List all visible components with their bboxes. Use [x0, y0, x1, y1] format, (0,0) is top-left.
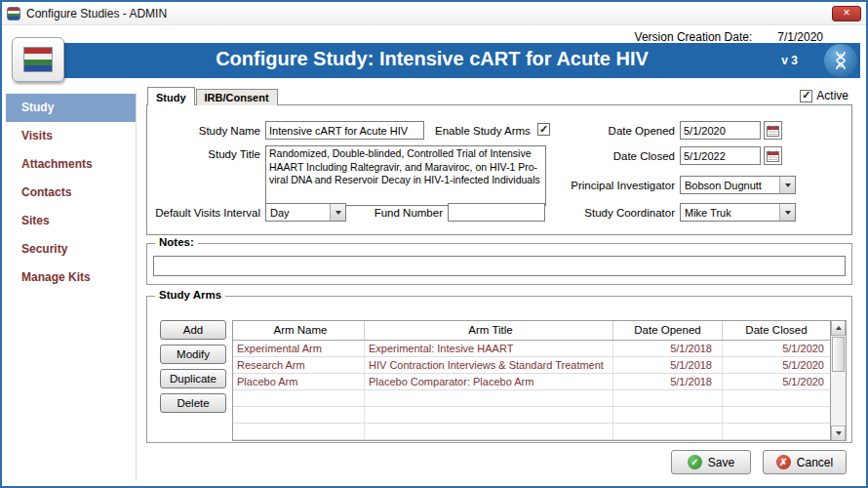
scroll-up-icon[interactable] [831, 321, 846, 336]
chevron-down-icon [779, 204, 795, 221]
study-arms-groupbox: Study Arms Add Modify Duplicate Delete A… [146, 296, 852, 443]
principal-investigator-value: Bobson Dugnutt [685, 180, 762, 191]
version-creation-row: Version Creation Date: 7/1/2020 [635, 30, 823, 44]
cell-arm-title: Experimental: Intesive HAART [365, 341, 613, 356]
table-scrollbar[interactable] [830, 321, 846, 440]
version-creation-label: Version Creation Date: [635, 30, 753, 44]
study-arms-label: Study Arms [155, 289, 225, 301]
cell-date-closed: 5/1/2020 [723, 341, 830, 356]
scrollbar-thumb[interactable] [832, 337, 845, 372]
cell-date-opened: 5/1/2018 [613, 357, 723, 373]
cell-arm-name: Research Arm [233, 357, 365, 373]
active-checkbox-group: Active [800, 89, 848, 102]
cell-arm-title: Placebo Comparator: Placebo Arm [365, 374, 613, 389]
table-row-empty [233, 390, 830, 407]
cancel-button[interactable]: ✗ Cancel [763, 450, 847, 474]
tab-irb-consent[interactable]: IRB/Consent [196, 89, 278, 105]
date-closed-calendar-button[interactable] [764, 146, 782, 165]
default-visits-interval-label: Default Visits Interval [129, 207, 260, 219]
sidebar-item-attachments[interactable]: Attachments [6, 150, 136, 179]
configure-studies-window: Configure Studies - ADMIN × Version Crea… [0, 0, 868, 488]
scroll-down-icon[interactable] [831, 426, 846, 440]
study-coordinator-select[interactable]: Mike Truk [680, 203, 796, 222]
notes-input[interactable] [153, 256, 846, 276]
check-icon: ✓ [688, 455, 702, 469]
cell-date-opened: 5/1/2018 [613, 341, 723, 356]
add-button[interactable]: Add [160, 320, 226, 340]
table-row[interactable]: Experimental Arm Experimental: Intesive … [233, 341, 830, 357]
column-header-arm-title[interactable]: Arm Title [365, 321, 613, 340]
app-icon [7, 7, 20, 20]
default-visits-interval-select[interactable]: Day [265, 203, 346, 222]
title-bar[interactable]: Configure Studies - ADMIN × [2, 2, 866, 25]
sidebar-item-sites[interactable]: Sites [6, 207, 136, 235]
date-opened-input[interactable] [680, 121, 761, 140]
calendar-icon [767, 125, 779, 137]
save-button-label: Save [708, 456, 734, 469]
version-badge: v 3 [781, 54, 798, 67]
dna-icon [824, 44, 857, 77]
table-header-row: Arm Name Arm Title Date Opened Date Clos… [233, 321, 830, 341]
study-name-input[interactable] [265, 121, 424, 140]
sidebar-item-contacts[interactable]: Contacts [6, 179, 136, 207]
cell-arm-title: HIV Contraction Interviews & Standard Tr… [365, 357, 613, 373]
logo-stripes-icon [23, 47, 53, 72]
cell-arm-name: Placebo Arm [233, 374, 365, 389]
study-arms-grid: Arm Name Arm Title Date Opened Date Clos… [233, 321, 830, 440]
notes-groupbox: Notes: [146, 243, 852, 285]
active-label: Active [816, 89, 848, 102]
sidebar-item-visits[interactable]: Visits [6, 122, 136, 150]
column-header-date-closed[interactable]: Date Closed [723, 321, 830, 340]
header-banner: Configure Study: Intensive cART for Acut… [62, 43, 860, 78]
study-coordinator-value: Mike Truk [685, 207, 731, 219]
cross-icon: ✗ [776, 455, 791, 469]
table-row-empty [233, 407, 830, 424]
study-arms-table: Arm Name Arm Title Date Opened Date Clos… [232, 320, 847, 441]
duplicate-button[interactable]: Duplicate [160, 369, 226, 388]
tab-study[interactable]: Study [147, 87, 195, 105]
tab-strip: Study IRB/Consent [147, 87, 279, 105]
version-creation-date: 7/1/2020 [777, 30, 823, 44]
study-title-label: Study Title [148, 148, 260, 160]
fund-number-label: Fund Number [361, 207, 443, 219]
close-button[interactable]: × [832, 6, 861, 21]
cell-arm-name: Experimental Arm [233, 341, 365, 356]
date-closed-label: Date Closed [579, 150, 675, 162]
save-button[interactable]: ✓ Save [671, 450, 751, 474]
principal-investigator-label: Principal Investigator [529, 180, 675, 191]
fund-number-input[interactable] [448, 203, 545, 222]
active-checkbox[interactable] [800, 90, 812, 102]
sidebar: Study Visits Attachments Contacts Sites … [6, 92, 137, 480]
window-title: Configure Studies - ADMIN [26, 7, 167, 20]
date-closed-input[interactable] [680, 146, 761, 165]
column-header-date-opened[interactable]: Date Opened [613, 321, 723, 340]
column-header-arm-name[interactable]: Arm Name [233, 321, 365, 340]
cancel-button-label: Cancel [797, 456, 833, 469]
chevron-down-icon [330, 204, 345, 221]
cell-date-opened: 5/1/2018 [613, 374, 723, 389]
principal-investigator-select[interactable]: Bobson Dugnutt [680, 176, 796, 194]
cell-date-closed: 5/1/2020 [723, 374, 830, 389]
study-name-label: Study Name [148, 125, 260, 137]
table-row[interactable]: Placebo Arm Placebo Comparator: Placebo … [233, 374, 830, 390]
delete-button[interactable]: Delete [160, 393, 226, 413]
sidebar-item-security[interactable]: Security [6, 235, 136, 264]
date-opened-label: Date Opened [579, 125, 675, 137]
sidebar-item-study[interactable]: Study [6, 94, 136, 122]
close-icon: × [843, 6, 849, 20]
sidebar-item-manage-kits[interactable]: Manage Kits [6, 264, 136, 292]
app-logo [12, 37, 64, 82]
study-title-textarea[interactable]: Randomized, Double-blinded, Controlled T… [265, 145, 546, 206]
enable-study-arms-label: Enable Study Arms [435, 125, 531, 137]
calendar-icon [767, 150, 779, 162]
date-opened-calendar-button[interactable] [764, 121, 782, 140]
table-row[interactable]: Research Arm HIV Contraction Interviews … [233, 357, 830, 374]
study-coordinator-label: Study Coordinator [544, 207, 675, 219]
modify-button[interactable]: Modify [160, 345, 226, 364]
default-visits-interval-value: Day [270, 207, 290, 219]
chevron-down-icon [779, 177, 795, 193]
table-row-empty [233, 424, 830, 440]
enable-study-arms-checkbox[interactable] [537, 123, 550, 136]
cell-date-closed: 5/1/2020 [723, 357, 830, 373]
page-title: Configure Study: Intensive cART for Acut… [121, 48, 743, 70]
